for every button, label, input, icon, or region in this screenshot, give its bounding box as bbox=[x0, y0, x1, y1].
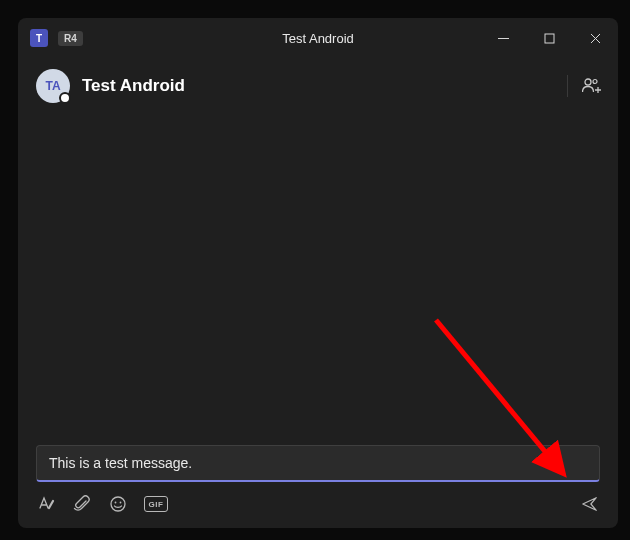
avatar[interactable]: TA bbox=[36, 69, 70, 103]
svg-point-5 bbox=[593, 80, 597, 84]
chat-title: Test Android bbox=[82, 76, 185, 96]
add-people-button[interactable] bbox=[582, 77, 602, 95]
emoji-icon bbox=[109, 495, 127, 513]
gif-button[interactable]: GIF bbox=[144, 496, 168, 512]
chat-header: TA Test Android bbox=[18, 58, 618, 114]
paperclip-icon bbox=[73, 495, 91, 513]
header-actions bbox=[567, 75, 602, 97]
chat-window: T R4 Test Android TA Test Android bbox=[18, 18, 618, 528]
people-add-icon bbox=[582, 77, 602, 95]
minimize-button[interactable] bbox=[480, 18, 526, 58]
maximize-icon bbox=[544, 33, 555, 44]
compose-area: This is a test message. bbox=[18, 445, 618, 486]
attach-button[interactable] bbox=[72, 494, 92, 514]
format-icon bbox=[37, 495, 55, 513]
profile-badge[interactable]: R4 bbox=[58, 31, 83, 46]
close-button[interactable] bbox=[572, 18, 618, 58]
close-icon bbox=[590, 33, 601, 44]
svg-point-9 bbox=[115, 502, 117, 504]
separator bbox=[567, 75, 568, 97]
emoji-button[interactable] bbox=[108, 494, 128, 514]
svg-point-8 bbox=[111, 497, 125, 511]
window-controls bbox=[480, 18, 618, 58]
svg-point-10 bbox=[120, 502, 122, 504]
avatar-initials: TA bbox=[45, 79, 60, 93]
messages-area bbox=[18, 114, 618, 445]
svg-point-4 bbox=[585, 79, 591, 85]
message-input[interactable]: This is a test message. bbox=[36, 445, 600, 482]
teams-app-icon: T bbox=[30, 29, 48, 47]
titlebar: T R4 Test Android bbox=[18, 18, 618, 58]
send-icon bbox=[581, 495, 599, 513]
maximize-button[interactable] bbox=[526, 18, 572, 58]
compose-toolbar: GIF bbox=[18, 486, 618, 528]
presence-indicator bbox=[59, 92, 71, 104]
svg-rect-1 bbox=[545, 34, 554, 43]
minimize-icon bbox=[498, 33, 509, 44]
send-button[interactable] bbox=[580, 494, 600, 514]
app-glyph: T bbox=[36, 33, 42, 44]
format-button[interactable] bbox=[36, 494, 56, 514]
